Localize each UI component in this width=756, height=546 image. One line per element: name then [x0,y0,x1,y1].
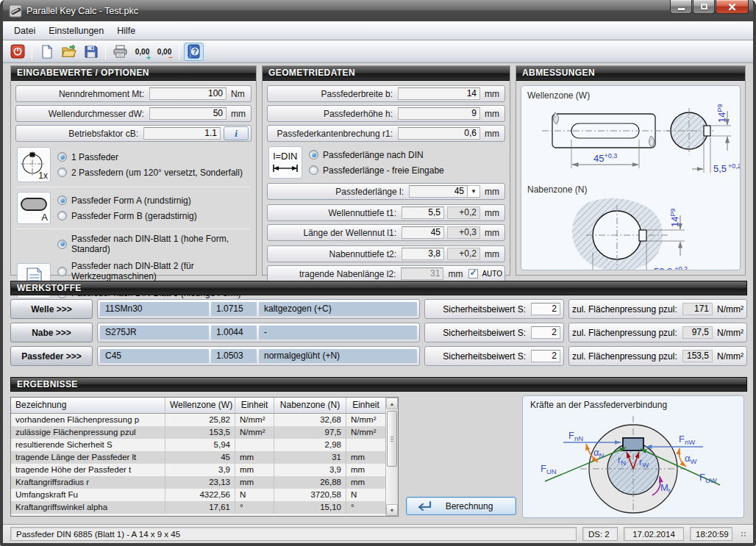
welle-material-button[interactable]: Welle >>> [10,299,93,319]
option-din-blatt-2[interactable]: Passfeder nach DIN-Blatt 2 (für Werkzeug… [57,261,250,281]
print-icon [113,45,127,58]
wellendurchmesser-unit: mm [227,109,249,119]
status-bar: Passfeder DIN 6885 (Blatt 1) - A 14 x 9 … [3,524,753,543]
help-button[interactable]: ? [184,43,204,61]
new-file-button[interactable] [37,43,57,61]
material-number: 1.0044 [211,326,257,340]
maximize-button[interactable] [693,0,715,14]
save-button[interactable] [81,43,101,61]
nenndrehmoment-unit: Nm [227,89,249,99]
minimize-button[interactable] [670,0,692,14]
passfederhoehe-input[interactable]: 9 [398,107,480,120]
results-table: Bezeichnung Wellenzone (W) Einheit Naben… [10,397,399,517]
nabenzone-label: Nabenzone (N) [521,183,740,195]
radio-icon [309,165,318,175]
force-diagram: FnN FnW FUN FUW αN αW rN rW Mt [523,410,743,514]
radio-icon [57,152,67,162]
radio-icon [57,211,67,220]
menu-datei[interactable]: Datei [7,24,42,38]
app-icon [9,4,22,18]
toolbar-separator [179,43,179,60]
open-file-icon [62,45,76,58]
wellennuttiefe-input[interactable]: 5,5 [402,206,444,219]
wellennut-laenge-input[interactable]: 45 [402,226,444,239]
kantenbrechung-row: Passfederkantenbrechung r1: 0,6 mm [267,125,505,142]
passfederlaenge-mode-group: l=DIN Passfederlänge nach DIN Passfederl… [267,145,505,180]
nabe-material-button[interactable]: Nabe >>> [10,323,93,342]
decimal-remove-button[interactable]: 0,00− [154,43,174,61]
table-row: Kraftangriffswinkel alpha17,61°15,10° [11,501,385,514]
material-name: 11SMn30 [100,302,209,316]
print-button[interactable] [110,43,130,61]
scrollbar-thumb[interactable] [387,411,397,467]
nabenlaenge-row: tragende Nabenlänge l2: 31 mm AUTO [267,265,505,282]
open-file-button[interactable] [59,43,79,61]
svg-text:l=DIN: l=DIN [274,151,298,162]
option-1-passfeder[interactable]: 1 Passfeder [57,152,250,162]
menu-einstellungen[interactable]: Einstellungen [42,24,110,38]
option-form-a[interactable]: Passfeder Form A (rundstirnig) [57,195,250,206]
status-time: 18:20:59 [690,527,732,541]
radio-icon [57,168,67,177]
radio-icon [309,150,318,159]
passfeder-count-icon: 1x [17,147,51,182]
toolbar: 0,00+ 0,00− ? [3,40,753,63]
minimize-icon [678,8,685,10]
svg-text:αW: αW [685,453,697,465]
passfederlaenge-input[interactable]: 45 [409,185,468,198]
sicherheitsbeiwert-input[interactable]: 2 [531,303,560,315]
sicherheitsbeiwert-input[interactable]: 2 [531,326,560,339]
passfederbreite-input[interactable]: 14 [398,87,480,100]
passfederlaenge-row: Passfederlänge l: 45 ▼ mm [267,183,505,200]
save-icon [85,45,98,58]
passfeder-material-button[interactable]: Passfeder >>> [10,346,93,366]
scroll-down-icon[interactable]: ▼ [386,504,398,516]
info-button[interactable]: i [224,126,249,140]
resize-grip[interactable] [740,531,747,538]
radio-icon [57,267,67,276]
menu-bar: Datei Einstellungen Hilfe [3,21,753,40]
menu-hilfe[interactable]: Hilfe [110,24,142,38]
nabe-material-box: S275JR 1.0044 - [97,323,420,342]
option-din-blatt-1[interactable]: Passfeder nach DIN-Blatt 1 (hohe Form, S… [57,234,250,254]
info-icon: i [235,128,238,140]
table-scrollbar[interactable]: ▲ ▼ [385,398,398,516]
flaechenpressung-box: zul. Flächenpressung pzul: 97,5 N/mm² [568,323,747,342]
material-name: S275JR [100,326,209,340]
svg-text:FUW: FUW [699,472,717,484]
svg-text:5,5+0,2: 5,5+0,2 [713,162,740,174]
decimal-add-button[interactable]: 0,00+ [132,43,152,61]
scrollbar-track[interactable] [386,409,398,504]
wellendurchmesser-label: Wellendurchmesser dW: [18,109,149,119]
nenndrehmoment-label: Nenndrehmoment Mt: [18,89,149,99]
wellendurchmesser-input[interactable]: 50 [149,107,227,120]
option-laenge-frei[interactable]: Passfederlänge - freie Eingabe [309,165,504,176]
exit-button[interactable] [7,43,27,61]
title-bar[interactable]: Parallel Key Calc - Test.pkc [3,0,753,21]
berechnung-button[interactable]: Berechnung [406,497,516,515]
nenndrehmoment-input[interactable]: 100 [149,87,227,100]
status-ds: DS: 2 [582,527,618,541]
sicherheitsbeiwert-input[interactable]: 2 [531,350,560,362]
passfederlaenge-dropdown[interactable]: ▼ [468,185,480,198]
auto-label: AUTO [478,270,502,278]
werkstoffe-header: WERKSTOFFE [10,281,747,295]
panel-geometriedaten: GEOMETRIEDATEN Passfederbreite b: 14 mm … [262,65,510,276]
results-table-header: Bezeichnung Wellenzone (W) Einheit Naben… [11,398,385,414]
scroll-up-icon[interactable]: ▲ [386,398,398,409]
close-button[interactable] [716,0,749,14]
option-form-b[interactable]: Passfeder Form B (geradstirnig) [57,211,250,221]
passfeder-count-group: 1x 1 Passfeder 2 Passfedern (um 120° ver… [15,146,252,184]
sicherheitsbeiwert-box: Sicherheitsbeiwert S: 2 [424,346,564,366]
auto-checkbox[interactable] [468,269,478,279]
option-laenge-din[interactable]: Passfederlänge nach DIN [309,150,504,160]
kantenbrechung-input[interactable]: 0,6 [398,127,480,140]
toolbar-separator [32,43,32,60]
nabennuttiefe-input[interactable]: 3,8 [402,248,444,260]
radio-icon [57,240,67,249]
option-2-passfedern[interactable]: 2 Passfedern (um 120° versetzt, Sonderfa… [57,168,250,178]
betriebsfaktor-input[interactable]: 1.1 [143,127,221,140]
maximize-icon [701,4,707,10]
material-treatment: normalgeglüht (+N) [259,349,417,363]
material-treatment: kaltgezogen (+C) [259,302,417,316]
